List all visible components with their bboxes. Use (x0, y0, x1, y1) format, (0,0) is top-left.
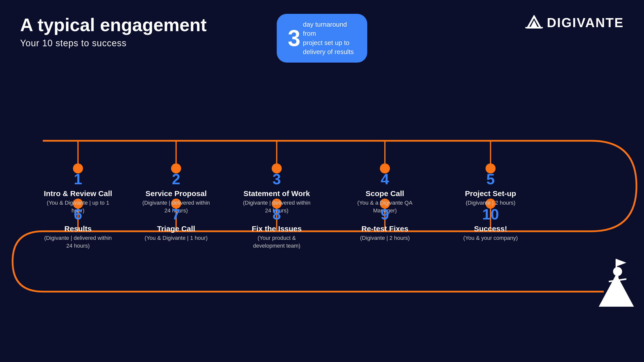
step-9-number: 9 (350, 206, 420, 223)
step-6-title: Results (43, 224, 113, 233)
step-2-number: 2 (141, 171, 211, 188)
step-7-title: Triage Call (141, 224, 211, 233)
step-10-title: Success! (455, 224, 526, 233)
step-9-title: Re-test Fixes (350, 224, 420, 233)
step-10-number: 10 (455, 206, 526, 223)
logo-icon (525, 15, 543, 30)
step-8: 8 Fix the Issues (Your product & develop… (242, 206, 312, 250)
main-title: A typical engagement (20, 15, 207, 35)
step-10-desc: (You & your company) (455, 234, 526, 242)
header: A typical engagement Your 10 steps to su… (20, 15, 207, 49)
step-8-title: Fix the Issues (242, 224, 312, 233)
step-3-number: 3 (242, 171, 312, 188)
step-7-number: 7 (141, 206, 211, 223)
svg-point-29 (613, 267, 622, 276)
step-6: 6 Results (Digivante | delivered within … (43, 206, 113, 250)
step-8-number: 8 (242, 206, 312, 223)
step-3-title: Statement of Work (242, 189, 312, 198)
badge-line1: day turnaround from (303, 20, 356, 38)
step-1-number: 1 (43, 171, 113, 188)
step-7: 7 Triage Call (You & Digivante | 1 hour) (141, 206, 211, 242)
subtitle: Your 10 steps to success (20, 38, 207, 49)
step-7-desc: (You & Digivante | 1 hour) (141, 234, 211, 242)
step-5-title: Project Set-up (455, 189, 526, 198)
step-8-desc: (Your product & development team) (242, 234, 312, 250)
step-10: 10 Success! (You & your company) (455, 206, 526, 242)
step-4-title: Scope Call (350, 189, 420, 198)
step-5: 5 Project Set-up (Digivante | 2 hours) (455, 171, 526, 207)
step-6-number: 6 (43, 206, 113, 223)
svg-marker-28 (616, 259, 626, 266)
logo-text: DIGIVANTE (547, 15, 624, 30)
badge-number: 3 (288, 27, 300, 50)
step-4-number: 4 (350, 171, 420, 188)
step-5-number: 5 (455, 171, 526, 188)
step-9: 9 Re-test Fixes (Digivante | 2 hours) (350, 206, 420, 242)
step-6-desc: (Digivante | delivered within 24 hours) (43, 234, 113, 250)
step-2-title: Service Proposal (141, 189, 211, 198)
logo: DIGIVANTE (525, 15, 624, 30)
step-9-desc: (Digivante | 2 hours) (350, 234, 420, 242)
step-1-title: Intro & Review Call (43, 189, 113, 198)
badge-line2: project set up to (303, 38, 356, 47)
